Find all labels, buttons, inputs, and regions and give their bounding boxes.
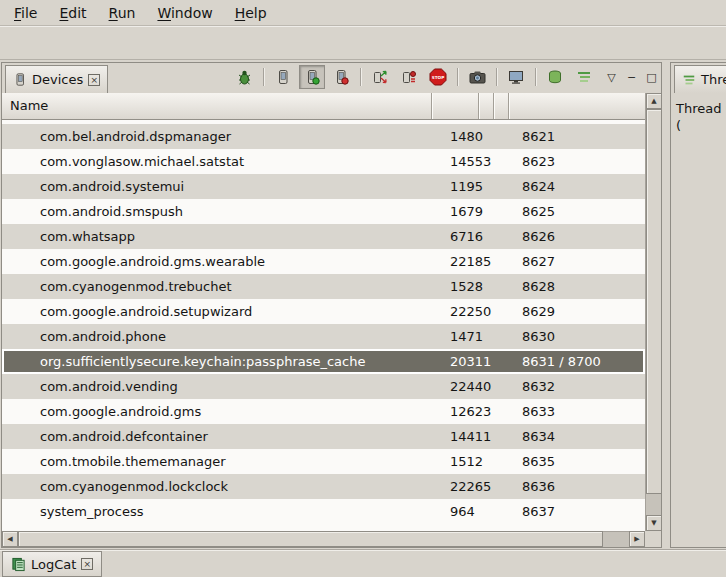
process-name: com.vonglasow.michael.satstat	[2, 149, 432, 174]
column-header[interactable]	[494, 93, 509, 119]
menu-bar: FileEditRunWindowHelp	[0, 0, 726, 26]
process-name: com.google.android.gms.wearable	[2, 249, 432, 274]
update-heap-icon[interactable]	[270, 65, 296, 89]
threads-message-line1: Thread up	[676, 100, 726, 117]
spacer-cell	[494, 424, 509, 449]
process-port: 8631 / 8700	[509, 349, 645, 374]
vertical-scrollbar[interactable]: ▲ ▼	[645, 93, 661, 531]
vertical-scrollbar-thumb[interactable]	[646, 109, 662, 494]
horizontal-scrollbar-thumb[interactable]	[18, 531, 603, 547]
process-pid: 1480	[432, 124, 494, 149]
process-pid: 1195	[432, 174, 494, 199]
table-row[interactable]: com.bel.android.dspmanager 1480 8621	[2, 124, 645, 149]
process-port: 8626	[509, 224, 645, 249]
table-row[interactable]: com.google.android.gms 12623 8633	[2, 399, 645, 424]
thread-update-icon[interactable]	[571, 65, 597, 89]
menu-run[interactable]: Run	[99, 2, 146, 24]
table-row[interactable]: com.google.android.setupwizard 22250 862…	[2, 299, 645, 324]
column-header[interactable]	[479, 93, 494, 119]
menu-file[interactable]: File	[4, 2, 47, 24]
spacer-cell	[494, 249, 509, 274]
horizontal-scrollbar[interactable]: ◀ ▶	[2, 531, 645, 547]
devices-table: Name com.bel.android.dspmanager 1480 862…	[2, 93, 661, 547]
process-port: 8625	[509, 199, 645, 224]
scroll-up-icon[interactable]: ▲	[646, 93, 662, 109]
spacer-cell	[494, 149, 509, 174]
process-pid: 964	[432, 499, 494, 524]
column-header-name[interactable]: Name	[2, 93, 432, 119]
process-pid: 1679	[432, 199, 494, 224]
spacer-cell	[494, 199, 509, 224]
spacer-cell	[494, 274, 509, 299]
table-row[interactable]: com.cyanogenmod.trebuchet 1528 8628	[2, 274, 645, 299]
process-name: system_process	[2, 499, 432, 524]
process-pid: 1471	[432, 324, 494, 349]
debug-process-icon[interactable]	[231, 65, 257, 89]
process-port: 8623	[509, 149, 645, 174]
update-threads-icon[interactable]	[367, 65, 393, 89]
table-row[interactable]: com.tmobile.thememanager 1512 8635	[2, 449, 645, 474]
table-row[interactable]: com.whatsapp 6716 8626	[2, 224, 645, 249]
table-row[interactable]: com.android.phone 1471 8630	[2, 324, 645, 349]
scrollbar-corner	[645, 531, 661, 547]
process-name: com.whatsapp	[2, 224, 432, 249]
maximize-icon[interactable]: □	[644, 71, 659, 84]
tab-devices[interactable]: Devices ×	[5, 65, 108, 93]
column-header-port[interactable]	[509, 93, 645, 119]
view-controls: ▽ ─ □	[604, 71, 659, 84]
table-row[interactable]: com.android.defcontainer 14411 8634	[2, 424, 645, 449]
close-icon[interactable]: ×	[81, 558, 93, 570]
process-name: com.tmobile.thememanager	[2, 449, 432, 474]
scroll-down-icon[interactable]: ▼	[646, 515, 662, 531]
tab-threads[interactable]: Threa	[674, 65, 726, 93]
dump-hprof-icon[interactable]	[299, 65, 325, 89]
view-menu-icon[interactable]: ▽	[604, 71, 619, 84]
table-row[interactable]: com.android.systemui 1195 8624	[2, 174, 645, 199]
table-header: Name	[2, 93, 645, 120]
svg-text:STOP: STOP	[432, 75, 445, 80]
table-row[interactable]: com.android.smspush 1679 8625	[2, 199, 645, 224]
tab-threads-label: Threa	[701, 72, 726, 87]
threads-message: Thread up (	[671, 93, 726, 134]
devices-tabbar: Devices × STOP ▽ ─ □	[2, 63, 661, 93]
menu-help[interactable]: Help	[225, 2, 277, 24]
table-row[interactable]: com.vonglasow.michael.satstat 14553 8623	[2, 149, 645, 174]
logcat-icon	[11, 557, 26, 572]
column-header-pid[interactable]	[432, 93, 479, 119]
table-row[interactable]: com.google.android.gms.wearable 22185 86…	[2, 249, 645, 274]
menu-window[interactable]: Window	[147, 2, 222, 24]
process-pid: 22250	[432, 299, 494, 324]
cause-gc-icon[interactable]	[328, 65, 354, 89]
heap-update-icon[interactable]	[542, 65, 568, 89]
spacer-cell	[494, 499, 509, 524]
stop-process-icon[interactable]: STOP	[425, 65, 451, 89]
minimize-icon[interactable]: ─	[624, 71, 639, 84]
toolbar-separator	[457, 68, 458, 86]
spacer-cell	[494, 124, 509, 149]
table-row[interactable]: system_process 964 8637	[2, 499, 645, 524]
process-name: com.google.android.gms	[2, 399, 432, 424]
process-pid: 12623	[432, 399, 494, 424]
process-port: 8635	[509, 449, 645, 474]
menu-edit[interactable]: Edit	[49, 2, 96, 24]
process-name: com.android.phone	[2, 324, 432, 349]
screen-capture-icon[interactable]	[464, 65, 490, 89]
capture-system-icon[interactable]	[503, 65, 529, 89]
devices-view: Devices × STOP ▽ ─ □ Name com.bel.	[1, 62, 662, 548]
close-icon[interactable]: ×	[88, 74, 100, 86]
table-row[interactable]: com.android.vending 22440 8632	[2, 374, 645, 399]
process-name: org.sufficientlysecure.keychain:passphra…	[2, 349, 432, 374]
process-name: com.android.systemui	[2, 174, 432, 199]
process-port: 8634	[509, 424, 645, 449]
process-port: 8636	[509, 474, 645, 499]
scroll-right-icon[interactable]: ▶	[629, 531, 645, 547]
tab-devices-label: Devices	[32, 72, 83, 87]
table-row[interactable]: org.sufficientlysecure.keychain:passphra…	[2, 349, 645, 374]
tab-logcat[interactable]: LogCat ×	[2, 551, 102, 577]
spacer-cell	[494, 349, 509, 374]
spacer-cell	[494, 224, 509, 249]
process-pid: 14553	[432, 149, 494, 174]
table-row[interactable]: com.cyanogenmod.lockclock 22265 8636	[2, 474, 645, 499]
scroll-left-icon[interactable]: ◀	[2, 531, 18, 547]
method-profiling-icon[interactable]	[396, 65, 422, 89]
